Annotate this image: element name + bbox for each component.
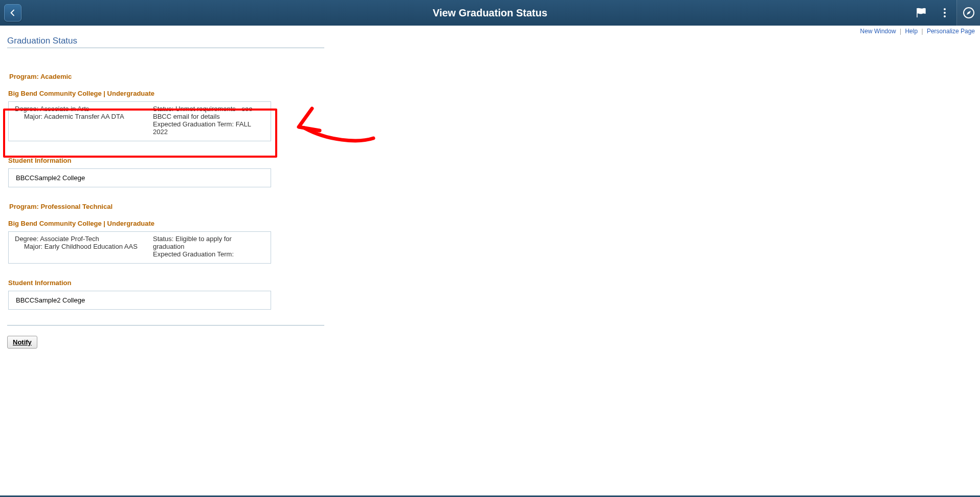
- program-heading: Program: Professional Technical: [9, 203, 330, 210]
- program-heading: Program: Academic: [9, 73, 330, 80]
- personalize-link[interactable]: Personalize Page: [925, 28, 977, 35]
- degree-value: Associate Prof-Tech: [40, 235, 99, 243]
- flag-icon: [915, 7, 927, 19]
- major-label: Major:: [24, 243, 42, 250]
- svg-point-2: [944, 15, 946, 17]
- more-button[interactable]: [933, 0, 956, 26]
- separator: |: [900, 28, 901, 35]
- major-label: Major:: [24, 113, 42, 120]
- term-label: Expected Graduation Term:: [153, 120, 234, 128]
- program-block-proftech: Program: Professional Technical Big Bend…: [7, 203, 330, 310]
- program-block-academic: Program: Academic Big Bend Community Col…: [7, 73, 330, 187]
- institution-heading: Big Bend Community College | Undergradua…: [8, 220, 330, 227]
- main-content: Graduation Status Program: Academic Big …: [0, 36, 330, 349]
- major-line: Major: Early Childhood Education AAS: [15, 243, 153, 250]
- compass-icon: [963, 7, 975, 19]
- degree-line: Degree: Associate in Arts: [15, 105, 153, 113]
- help-link[interactable]: Help: [903, 28, 920, 35]
- navigator-button[interactable]: [956, 0, 980, 26]
- divider: [7, 325, 324, 326]
- term-line: Expected Graduation Term: FALL 2022: [153, 120, 264, 136]
- status-label: Status:: [153, 105, 173, 113]
- svg-point-1: [944, 12, 946, 14]
- student-info-heading: Student Information: [8, 157, 330, 164]
- utility-links: New Window | Help | Personalize Page: [0, 26, 980, 35]
- major-line: Major: Academic Transfer AA DTA: [15, 113, 153, 120]
- institution-heading: Big Bend Community College | Undergradua…: [8, 90, 330, 97]
- notify-button[interactable]: Notify: [7, 336, 37, 349]
- major-value: Academic Transfer AA DTA: [44, 113, 124, 120]
- status-line: Status: Eligible to apply for graduation: [153, 235, 264, 250]
- term-line: Expected Graduation Term:: [153, 250, 264, 258]
- degree-label: Degree:: [15, 235, 38, 243]
- chevron-left-icon: [9, 9, 17, 17]
- degree-value: Associate in Arts: [40, 105, 89, 113]
- flag-button[interactable]: [909, 0, 933, 26]
- header-actions: [909, 0, 980, 26]
- student-name: BBCCSample2 College: [16, 174, 85, 182]
- svg-point-0: [944, 8, 946, 10]
- separator: |: [921, 28, 923, 35]
- app-header: View Graduation Status: [0, 0, 980, 26]
- page-title: Graduation Status: [7, 36, 324, 48]
- more-vertical-icon: [939, 7, 951, 19]
- term-label: Expected Graduation Term:: [153, 250, 234, 258]
- student-info-box: BBCCSample2 College: [8, 168, 271, 187]
- status-label: Status:: [153, 235, 173, 243]
- degree-info-box: Degree: Associate in Arts Major: Academi…: [8, 101, 271, 141]
- page-header-title: View Graduation Status: [433, 7, 547, 19]
- major-value: Early Childhood Education AAS: [44, 243, 138, 250]
- back-button[interactable]: [4, 4, 21, 21]
- student-name: BBCCSample2 College: [16, 296, 85, 304]
- degree-info-box: Degree: Associate Prof-Tech Major: Early…: [8, 231, 271, 264]
- student-info-box: BBCCSample2 College: [8, 291, 271, 310]
- degree-label: Degree:: [15, 105, 38, 113]
- degree-line: Degree: Associate Prof-Tech: [15, 235, 153, 243]
- new-window-link[interactable]: New Window: [858, 28, 898, 35]
- status-line: Status: Unmet requirements - see BBCC em…: [153, 105, 264, 120]
- student-info-heading: Student Information: [8, 279, 330, 287]
